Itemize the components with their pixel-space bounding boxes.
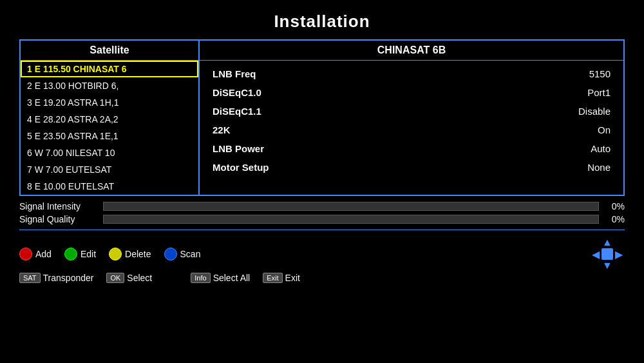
detail-row-value: On [598, 124, 611, 135]
green-circle-icon [64, 248, 77, 260]
detail-row: LNB PowerAuto [213, 139, 611, 158]
signal-intensity-row: Signal Intensity 0% [19, 201, 625, 211]
nav-cross-top-row: ▲ [601, 237, 613, 248]
signal-quality-row: Signal Quality 0% [19, 214, 625, 224]
select-label: Select [127, 273, 152, 283]
detail-row-value: 5150 [589, 68, 611, 79]
detail-row: 22KOn [213, 121, 611, 139]
nav-right-icon[interactable]: ▶ [613, 248, 625, 260]
detail-row: DiSEqC1.0Port1 [213, 83, 611, 102]
page-title: Installation [0, 0, 644, 39]
signal-intensity-bar [103, 202, 599, 211]
transponder-label: Transponder [43, 273, 94, 283]
scan-btn-group[interactable]: Scan [164, 248, 201, 260]
edit-btn-group[interactable]: Edit [64, 248, 96, 260]
detail-row-label: DiSEqC1.0 [213, 87, 261, 98]
add-btn-group[interactable]: Add [19, 248, 52, 260]
detail-row: LNB Freq5150 [213, 64, 611, 83]
nav-cross: ▲ ◀ ▶ ▼ [590, 237, 625, 271]
satellite-list: 1 E 115.50 CHINASAT 62 E 13.00 HOTBIRD 6… [21, 61, 198, 195]
red-circle-icon [19, 248, 32, 260]
detail-row: DiSEqC1.1Disable [213, 102, 611, 121]
nav-down-icon[interactable]: ▼ [601, 260, 613, 271]
detail-row-value: None [587, 162, 611, 173]
detail-rows: LNB Freq5150DiSEqC1.0Port1DiSEqC1.1Disab… [200, 61, 623, 181]
blue-circle-icon [164, 248, 177, 260]
select-all-label: Select All [213, 273, 251, 283]
info-key: Info [191, 273, 210, 283]
main-content: Satellite 1 E 115.50 CHINASAT 62 E 13.00… [19, 39, 625, 196]
satellite-panel: Satellite 1 E 115.50 CHINASAT 62 E 13.00… [19, 39, 200, 196]
exit-group[interactable]: Exit Exit [263, 273, 300, 283]
detail-row-label: LNB Freq [213, 68, 256, 79]
divider [19, 230, 625, 230]
satellite-list-item[interactable]: 8 E 10.00 EUTELSAT [21, 178, 198, 195]
detail-row-label: Motor Setup [213, 162, 269, 173]
select-all-group[interactable]: Info Select All [191, 273, 250, 283]
bottom-bar-2: SAT Transponder OK Select Info Select Al… [19, 273, 625, 283]
edit-label: Edit [80, 249, 96, 259]
nav-center-icon [601, 248, 613, 260]
nav-up-icon[interactable]: ▲ [601, 237, 613, 248]
sat-key: SAT [19, 273, 41, 283]
detail-panel: CHINASAT 6B LNB Freq5150DiSEqC1.0Port1Di… [200, 39, 625, 196]
nav-left-icon[interactable]: ◀ [590, 248, 601, 260]
satellite-list-item[interactable]: 4 E 28.20 ASTRA 2A,2 [21, 111, 198, 128]
signal-intensity-value: 0% [599, 201, 625, 211]
add-label: Add [35, 249, 52, 259]
detail-row-label: LNB Power [213, 143, 264, 154]
delete-label: Delete [125, 249, 151, 259]
satellite-list-item[interactable]: 5 E 23.50 ASTRA 1E,1 [21, 128, 198, 144]
delete-btn-group[interactable]: Delete [109, 248, 151, 260]
signal-intensity-label: Signal Intensity [19, 201, 103, 211]
yellow-circle-icon [109, 248, 122, 260]
satellite-panel-header: Satellite [21, 41, 198, 61]
satellite-list-item[interactable]: 6 W 7.00 NILESAT 10 [21, 144, 198, 161]
detail-row: Motor SetupNone [213, 158, 611, 177]
detail-row-label: 22K [213, 124, 231, 135]
exit-label: Exit [285, 273, 300, 283]
nav-cross-bot-row: ▼ [601, 260, 613, 271]
detail-row-value: Port1 [587, 87, 611, 98]
signal-quality-value: 0% [599, 214, 625, 224]
bottom-bar: Add Edit Delete Scan ▲ ◀ ▶ ▼ [19, 237, 625, 271]
signal-quality-bar [103, 215, 599, 224]
ok-key: OK [106, 273, 124, 283]
signal-section: Signal Intensity 0% Signal Quality 0% [19, 201, 625, 224]
transponder-group[interactable]: SAT Transponder [19, 273, 93, 283]
select-group[interactable]: OK Select [106, 273, 152, 283]
satellite-list-item[interactable]: 7 W 7.00 EUTELSAT [21, 161, 198, 178]
satellite-list-item[interactable]: 3 E 19.20 ASTRA 1H,1 [21, 94, 198, 111]
detail-panel-header: CHINASAT 6B [200, 41, 623, 61]
signal-quality-label: Signal Quality [19, 214, 103, 224]
nav-cross-mid-row: ◀ ▶ [590, 248, 625, 260]
detail-row-label: DiSEqC1.1 [213, 106, 261, 117]
detail-row-value: Auto [591, 143, 611, 154]
scan-label: Scan [180, 249, 201, 259]
detail-row-value: Disable [578, 106, 611, 117]
satellite-list-item[interactable]: 1 E 115.50 CHINASAT 6 [21, 61, 198, 77]
exit-key: Exit [263, 273, 282, 283]
satellite-list-item[interactable]: 2 E 13.00 HOTBIRD 6, [21, 77, 198, 94]
